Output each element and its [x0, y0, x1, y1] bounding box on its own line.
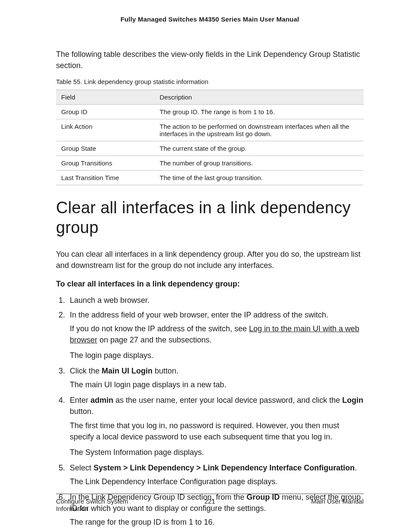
page-footer: Configure Switch System Information 221 …: [56, 494, 364, 512]
step-subtext: The Link Dependency Interface Configurat…: [70, 476, 364, 487]
table-header-row: Field Description: [56, 90, 364, 105]
step-text-fragment: button.: [70, 407, 93, 416]
table-header-description: Description: [154, 90, 364, 105]
info-table: Field Description Group ID The group ID.…: [56, 90, 364, 185]
step-subtext: The range for the group ID is from 1 to …: [70, 516, 364, 528]
table-cell: The time of the last group transition.: [154, 171, 364, 185]
step-text-fragment: Select: [70, 464, 93, 472]
table-cell: The group ID. The range is from 1 to 16.: [154, 105, 364, 119]
table-cell: Last Transition Time: [56, 171, 154, 185]
step-text: In the address field of your web browser…: [70, 311, 328, 319]
step-item: In the address field of your web browser…: [67, 309, 364, 361]
footer-page-number: 221: [204, 498, 215, 505]
table-cell: The number of group transitions.: [154, 156, 364, 171]
section-heading: Clear all interfaces in a link dependenc…: [56, 198, 364, 237]
step-subtext: The main UI login page displays in a new…: [70, 379, 364, 390]
procedure-title: To clear all interfaces in a link depend…: [56, 278, 364, 289]
step-text-fragment: Click the: [70, 367, 102, 375]
table-cell: Link Action: [56, 119, 154, 141]
intro-paragraph: The following table describes the view-o…: [56, 49, 364, 71]
step-item: Click the Main UI Login button. The main…: [67, 365, 364, 390]
step-item: Launch a web browser.: [67, 295, 364, 306]
table-cell: Group Transitions: [56, 156, 154, 171]
table-cell: The action to be performed on downstream…: [154, 119, 364, 141]
ui-label-bold: admin: [90, 396, 113, 404]
table-row: Link Action The action to be performed o…: [56, 119, 364, 141]
ui-label-bold: System > Link Dependency > Link Dependen…: [93, 464, 355, 472]
step-subtext-fragment: If you do not know the IP address of the…: [70, 324, 249, 333]
table-row: Group ID The group ID. The range is from…: [56, 105, 364, 119]
ui-label-bold: Login: [342, 396, 363, 404]
table-header-field: Field: [56, 90, 154, 105]
table-cell: The current state of the group.: [154, 141, 364, 156]
procedure-steps: Launch a web browser. In the address fie…: [56, 295, 364, 528]
manual-page: Fully Managed Switches M4350 Series Main…: [0, 0, 411, 532]
step-text-fragment: as the user name, enter your local devic…: [113, 396, 342, 404]
step-text-fragment: Enter: [70, 396, 90, 404]
section-lead: You can clear all interfaces in a link d…: [56, 249, 364, 271]
step-subtext: The login page displays.: [70, 350, 364, 361]
step-subtext-fragment: on page 27 and the subsections.: [97, 336, 212, 344]
footer-section-name: Configure Switch System Information: [56, 498, 142, 512]
step-text-fragment: .: [355, 464, 357, 472]
table-cell: Group State: [56, 141, 154, 156]
ui-label-bold: Main UI Login: [102, 367, 153, 375]
table-caption: Table 55. Link dependency group statisti…: [56, 78, 364, 85]
step-item: Select System > Link Dependency > Link D…: [67, 462, 364, 487]
step-text: Launch a web browser.: [70, 296, 149, 305]
table-row: Group Transitions The number of group tr…: [56, 156, 364, 171]
document-header: Fully Managed Switches M4350 Series Main…: [56, 16, 364, 23]
table-cell: Group ID: [56, 105, 154, 119]
step-text-fragment: button.: [153, 367, 178, 375]
step-subtext: If you do not know the IP address of the…: [70, 323, 364, 345]
table-row: Last Transition Time The time of the las…: [56, 171, 364, 185]
step-subtext: The System Information page displays.: [70, 447, 364, 458]
step-subtext: The first time that you log in, no passw…: [70, 420, 364, 442]
step-item: Enter admin as the user name, enter your…: [67, 395, 364, 457]
footer-manual-name: Main User Manual: [311, 498, 364, 512]
table-row: Group State The current state of the gro…: [56, 141, 364, 156]
